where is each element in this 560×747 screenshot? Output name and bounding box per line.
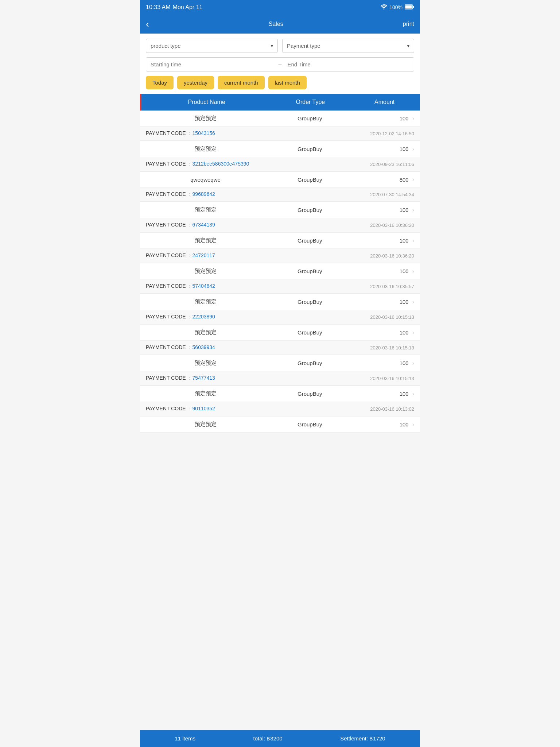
chevron-right-icon: › [412, 146, 414, 152]
payment-row: PAYMENT CODE ：22203890 2020-03-16 10:15:… [140, 310, 420, 324]
svg-rect-1 [405, 5, 412, 8]
payment-code-label: PAYMENT CODE ：56039934 [146, 344, 215, 351]
payment-code-value[interactable]: 22203890 [192, 314, 215, 320]
chevron-right-icon: › [412, 421, 414, 428]
sale-row[interactable]: 预定预定 GroupBuy 100 › [140, 263, 420, 279]
payment-code-label: PAYMENT CODE ：15043156 [146, 130, 215, 137]
payment-code-value[interactable]: 75477413 [192, 375, 215, 381]
payment-row: PAYMENT CODE ：75477413 2020-03-16 10:15:… [140, 371, 420, 386]
chevron-right-icon: › [412, 329, 414, 336]
order-type: GroupBuy [265, 421, 354, 427]
sale-row[interactable]: 预定预定 GroupBuy 100 › [140, 111, 420, 127]
end-time-input[interactable] [283, 58, 414, 71]
item-block: 预定预定 GroupBuy 100 › PAYMENT CODE ：574048… [140, 263, 420, 294]
item-block: 预定预定 GroupBuy 100 › PAYMENT CODE ：754774… [140, 355, 420, 386]
payment-date: 2020-03-16 10:15:13 [370, 314, 414, 320]
payment-row: PAYMENT CODE ：3212bee586300e475390 2020-… [140, 157, 420, 171]
payment-code-value[interactable]: 99689642 [192, 191, 215, 197]
sale-row[interactable]: qweqweqwe GroupBuy 800 › [140, 172, 420, 187]
time-display: 10:33 AM [146, 4, 171, 11]
chevron-right-icon: › [412, 299, 414, 305]
amount: 100 › [354, 146, 414, 152]
product-name: 预定预定 [146, 329, 265, 336]
payment-code-label: PAYMENT CODE ：3212bee586300e475390 [146, 161, 249, 167]
payment-date: 2020-03-16 10:36:20 [370, 253, 414, 259]
date-range-row: – [146, 57, 414, 71]
sale-row[interactable]: 预定预定 GroupBuy 100 › [140, 325, 420, 341]
payment-row: PAYMENT CODE ：56039934 2020-03-16 10:15:… [140, 341, 420, 355]
payment-code-value[interactable]: 3212bee586300e475390 [192, 161, 249, 167]
payment-code-label: PAYMENT CODE ：22203890 [146, 314, 215, 320]
item-block: 预定预定 GroupBuy 100 › [140, 417, 420, 433]
chevron-right-icon: › [412, 115, 414, 122]
amount: 100 › [354, 360, 414, 367]
item-block: 预定预定 GroupBuy 100 › PAYMENT CODE ：673441… [140, 202, 420, 233]
date-separator: – [277, 61, 283, 68]
sale-row[interactable]: 预定预定 GroupBuy 100 › [140, 417, 420, 433]
quick-filter-btn[interactable]: Today [146, 76, 174, 89]
product-type-wrapper: product type [146, 39, 278, 53]
payment-date: 2020-03-16 10:35:57 [370, 284, 414, 289]
order-type: GroupBuy [265, 268, 354, 274]
filter-row-selects: product type Payment type [146, 39, 414, 53]
chevron-right-icon: › [412, 391, 414, 397]
chevron-right-icon: › [412, 360, 414, 367]
product-name: 预定预定 [146, 360, 265, 367]
sale-row[interactable]: 预定预定 GroupBuy 100 › [140, 386, 420, 402]
quick-filter-btn[interactable]: current month [218, 76, 265, 89]
payment-row: PAYMENT CODE ：57404842 2020-03-16 10:35:… [140, 279, 420, 294]
back-button[interactable]: ‹ [146, 19, 149, 30]
item-block: qweqweqwe GroupBuy 800 › PAYMENT CODE ：9… [140, 172, 420, 202]
product-type-select[interactable]: product type [146, 39, 278, 53]
order-type: GroupBuy [265, 391, 354, 397]
item-block: 预定预定 GroupBuy 100 › PAYMENT CODE ：560399… [140, 325, 420, 355]
payment-code-label: PAYMENT CODE ：99689642 [146, 191, 215, 198]
sale-row[interactable]: 预定预定 GroupBuy 100 › [140, 355, 420, 371]
item-block: 预定预定 GroupBuy 100 › PAYMENT CODE ：3212be… [140, 141, 420, 172]
payment-code-value[interactable]: 56039934 [192, 344, 215, 350]
item-block: 预定预定 GroupBuy 100 › PAYMENT CODE ：222038… [140, 294, 420, 325]
page-title: Sales [269, 21, 283, 27]
payment-code-label: PAYMENT CODE ：67344139 [146, 222, 215, 228]
sale-row[interactable]: 预定预定 GroupBuy 100 › [140, 141, 420, 157]
quick-filter-btn[interactable]: last month [268, 76, 307, 89]
amount: 100 › [354, 115, 414, 122]
sale-row[interactable]: 预定预定 GroupBuy 100 › [140, 202, 420, 218]
order-type: GroupBuy [265, 329, 354, 336]
amount: 100 › [354, 421, 414, 428]
payment-code-value[interactable]: 67344139 [192, 222, 215, 228]
payment-code-label: PAYMENT CODE ：90110352 [146, 406, 215, 412]
payment-date: 2020-12-02 14:16:50 [370, 131, 414, 136]
amount: 100 › [354, 299, 414, 305]
payment-code-label: PAYMENT CODE ：75477413 [146, 375, 215, 382]
quick-filter-btn[interactable]: yesterday [177, 76, 214, 89]
sale-row[interactable]: 预定预定 GroupBuy 100 › [140, 294, 420, 310]
product-name: 预定预定 [146, 390, 265, 397]
payment-code-value[interactable]: 57404842 [192, 283, 215, 289]
sale-row[interactable]: 预定预定 GroupBuy 100 › [140, 233, 420, 249]
item-block: 预定预定 GroupBuy 100 › PAYMENT CODE ：901103… [140, 386, 420, 417]
print-button[interactable]: print [403, 21, 414, 27]
order-type: GroupBuy [265, 237, 354, 244]
payment-type-select[interactable]: Payment type [282, 39, 414, 53]
battery-percent: 100% [389, 4, 402, 10]
svg-rect-2 [413, 6, 414, 8]
order-type: GroupBuy [265, 146, 354, 152]
items-list: 预定预定 GroupBuy 100 › PAYMENT CODE ：150431… [140, 111, 420, 455]
payment-code-value[interactable]: 15043156 [192, 130, 215, 136]
col-header-order: Order Type [266, 99, 355, 105]
col-header-amount: Amount [355, 99, 414, 105]
payment-row: PAYMENT CODE ：90110352 2020-03-16 10:13:… [140, 402, 420, 416]
chevron-right-icon: › [412, 237, 414, 244]
start-time-input[interactable] [146, 58, 277, 71]
chevron-right-icon: › [412, 207, 414, 213]
payment-date: 2020-03-16 10:15:13 [370, 345, 414, 351]
payment-code-value[interactable]: 90110352 [192, 406, 215, 411]
amount: 100 › [354, 207, 414, 213]
order-type: GroupBuy [265, 299, 354, 305]
quick-filter-buttons: Todayyesterdaycurrent monthlast month [146, 76, 414, 89]
payment-code-value[interactable]: 24720117 [192, 252, 215, 258]
date-display: Mon Apr 11 [173, 4, 203, 11]
nav-bar: ‹ Sales print [140, 15, 420, 34]
chevron-right-icon: › [412, 268, 414, 275]
